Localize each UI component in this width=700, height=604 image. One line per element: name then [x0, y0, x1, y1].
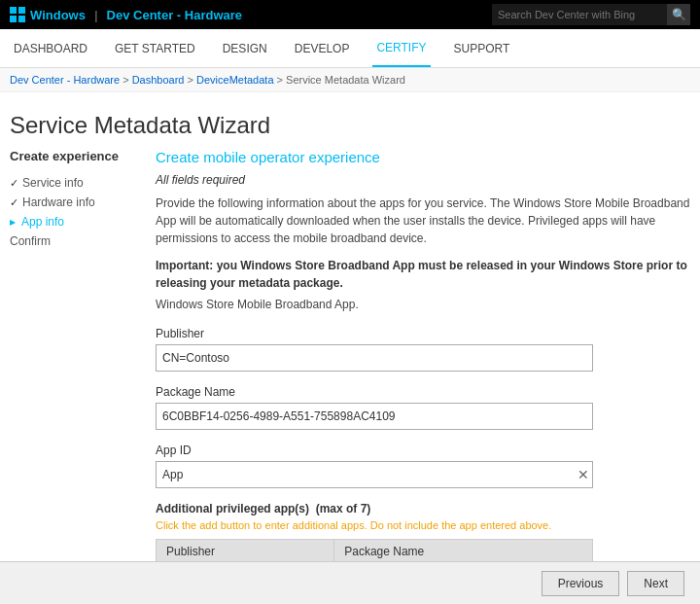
nav-design[interactable]: DESIGN — [219, 29, 271, 67]
app-id-input-wrapper: ✕ — [156, 461, 593, 488]
nav-dashboard[interactable]: DASHBOARD — [10, 29, 91, 67]
table-header-package-name: Package Name — [334, 540, 593, 564]
publisher-input[interactable] — [156, 344, 593, 372]
breadcrumb-dashboard[interactable]: Dashboard — [132, 74, 185, 86]
app-id-label: App ID — [156, 444, 690, 457]
previous-button[interactable]: Previous — [542, 571, 620, 596]
topbar: Windows | Dev Center - Hardware 🔍 — [0, 0, 700, 29]
breadcrumb-current: Service Metadata Wizard — [286, 74, 405, 86]
sidebar-label-confirm: Confirm — [10, 234, 51, 248]
additional-label-text: Additional privileged app(s) — [156, 502, 309, 515]
brand-label: Windows — [30, 8, 86, 22]
site-title: Dev Center - Hardware — [107, 8, 242, 22]
next-button[interactable]: Next — [627, 571, 684, 596]
search-area: 🔍 — [492, 4, 690, 25]
table-header-publisher: Publisher — [157, 540, 334, 564]
svg-rect-0 — [10, 7, 17, 14]
sidebar-label-app-info: App info — [21, 215, 64, 229]
brand-separator: | — [94, 8, 98, 22]
publisher-label: Publisher — [156, 327, 690, 340]
package-name-field-group: Package Name — [156, 385, 690, 430]
section-title: Create mobile operator experience — [156, 149, 690, 165]
svg-rect-2 — [10, 16, 17, 22]
breadcrumb: Dev Center - Hardware > Dashboard > Devi… — [0, 68, 700, 92]
check-icon: ✓ — [10, 177, 18, 190]
sidebar-item-app-info[interactable]: App info — [10, 212, 126, 231]
breadcrumb-dev-center[interactable]: Dev Center - Hardware — [10, 74, 120, 86]
sidebar-item-confirm[interactable]: Confirm — [10, 231, 126, 251]
app-id-clear-button[interactable]: ✕ — [578, 468, 589, 481]
important-text: Important: you Windows Store Broadband A… — [156, 257, 690, 292]
footer: Previous Next — [0, 561, 700, 604]
nav-develop[interactable]: DEVELOP — [291, 29, 354, 67]
breadcrumb-device-metadata[interactable]: DeviceMetadata — [196, 74, 274, 86]
page-title: Service Metadata Wizard — [10, 112, 690, 139]
app-id-field-group: App ID ✕ — [156, 444, 690, 488]
sidebar-item-service-info[interactable]: ✓ Service info — [10, 173, 126, 193]
search-button[interactable]: 🔍 — [667, 4, 690, 25]
description-text: Provide the following information about … — [156, 195, 690, 247]
app-id-input[interactable] — [156, 461, 593, 488]
svg-rect-1 — [18, 7, 25, 14]
svg-rect-3 — [18, 16, 25, 22]
nav-certify[interactable]: CERTIFY — [372, 29, 430, 67]
store-app-note: Windows Store Mobile Broadband App. — [156, 298, 690, 311]
package-name-label: Package Name — [156, 385, 690, 399]
nav-get-started[interactable]: GET STARTED — [111, 29, 199, 67]
sidebar: Create experience ✓ Service info ✓ Hardw… — [10, 149, 126, 604]
navbar: DASHBOARD GET STARTED DESIGN DEVELOP CER… — [0, 29, 700, 68]
sidebar-label-service-info: Service info — [22, 176, 84, 190]
sidebar-label-hardware-info: Hardware info — [22, 195, 95, 209]
additional-hint: Click the add button to enter additional… — [156, 519, 690, 531]
page-title-area: Service Metadata Wizard — [0, 92, 700, 149]
check-icon-2: ✓ — [10, 196, 18, 209]
package-name-input[interactable] — [156, 403, 593, 430]
windows-icon — [10, 7, 25, 22]
additional-max: (max of 7) — [316, 502, 371, 515]
publisher-field-group: Publisher — [156, 327, 690, 372]
nav-support[interactable]: SUPPORT — [450, 29, 514, 67]
main-layout: Create experience ✓ Service info ✓ Hardw… — [0, 149, 700, 604]
content-area: Create mobile operator experience All fi… — [156, 149, 690, 604]
required-note: All fields required — [156, 173, 690, 187]
search-input[interactable] — [492, 4, 667, 25]
sidebar-item-hardware-info[interactable]: ✓ Hardware info — [10, 193, 126, 212]
additional-label: Additional privileged app(s) (max of 7) — [156, 502, 690, 515]
important-bold: Important: you Windows Store Broadband A… — [156, 259, 687, 290]
sidebar-title: Create experience — [10, 149, 126, 163]
windows-brand: Windows | Dev Center - Hardware — [10, 7, 242, 22]
